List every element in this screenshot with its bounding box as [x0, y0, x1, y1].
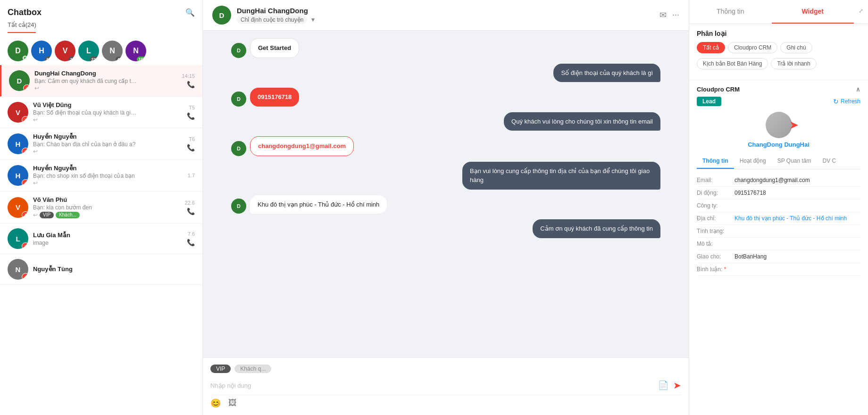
- expand-icon[interactable]: ⤢: [854, 0, 868, 24]
- chat-meta: 7.6 📞: [187, 231, 195, 246]
- refresh-button[interactable]: ↻ Refresh: [833, 98, 860, 105]
- avatar-row: D H6d V1d L21d N4d N10d: [0, 37, 202, 65]
- arrow-icon: ➤: [789, 118, 799, 132]
- filter-tra-loi[interactable]: Trả lời nhanh: [771, 58, 816, 69]
- info-label: Tình trạng:: [697, 228, 734, 234]
- avatar: L f: [8, 228, 28, 249]
- chat-name: DungHai ChangDong: [34, 70, 177, 77]
- chat-item[interactable]: N f Nguyễn Tùng: [0, 254, 202, 285]
- phone-icon: 📞: [187, 239, 195, 246]
- chat-preview: Bạn: cho shop xin số điện thoại của bạn: [33, 173, 137, 179]
- chat-item[interactable]: L f Lưu Gia Mẫn image 7.6 📞: [0, 224, 202, 254]
- avatar: N f: [8, 259, 28, 280]
- chat-info: Nguyễn Tùng: [33, 266, 190, 274]
- filter-ghi-chu[interactable]: Ghi chú: [780, 42, 812, 53]
- avatar: V f: [8, 102, 28, 123]
- avatar: D f: [9, 70, 30, 91]
- info-label: Địa chỉ:: [697, 215, 734, 222]
- info-value: [734, 241, 860, 247]
- avatar-badge: 21d: [90, 57, 99, 61]
- emoji-icon[interactable]: 😊: [210, 398, 221, 408]
- khach-tag: Khách...: [56, 212, 80, 218]
- chat-header: D DungHai ChangDong Chỉ định cuộc trò ch…: [203, 0, 689, 31]
- search-icon[interactable]: 🔍: [185, 8, 195, 17]
- filter-kich-ban[interactable]: Kịch bản Bot Bán Hàng: [697, 58, 768, 69]
- message-bubble: Khu đô thị vạn phúc - Thủ đức - Hồ chí m…: [250, 195, 387, 214]
- tab-thong-tin[interactable]: Thông tin: [689, 0, 772, 24]
- image-icon[interactable]: 🖼: [228, 398, 237, 408]
- refresh-icon: ↻: [833, 98, 839, 105]
- info-label: Mô tả:: [697, 241, 734, 247]
- chat-meta: 14:15 📞: [182, 73, 195, 88]
- info-label: Công ty:: [697, 202, 734, 209]
- crm-tab-thong-tin[interactable]: Thông tin: [697, 154, 734, 169]
- crm-tab-sp-quan-tam[interactable]: SP Quan tâm: [772, 154, 817, 169]
- header-info: DungHai ChangDong Chỉ định cuộc trò chuy…: [237, 7, 316, 24]
- avatar-item[interactable]: L21d: [78, 41, 99, 61]
- vip-tag: VIP: [40, 212, 54, 218]
- chat-item[interactable]: D f DungHai ChangDong Bạn: Cảm ơn quý kh…: [0, 65, 202, 97]
- avatar-item[interactable]: N10d: [125, 41, 146, 61]
- info-row-status: Tình trạng:: [697, 225, 860, 238]
- avatar-item[interactable]: D: [8, 41, 28, 61]
- avatar-circle: V1d: [55, 41, 75, 61]
- chat-item[interactable]: H f Huyền Nguyễn Bạn: Chào bạn địa chỉ c…: [0, 128, 202, 160]
- header-subtitle-text[interactable]: Chỉ định cuộc trò chuyện: [237, 16, 307, 24]
- info-row-desc: Mô tả:: [697, 238, 860, 250]
- crm-user-card: ➤ ChangDong DungHai: [697, 112, 860, 148]
- sidebar-count: Tất cả(24): [0, 21, 202, 32]
- message-bubble: Số điện thoại của quý khách là gì: [553, 64, 660, 83]
- info-value: Khu đô thị vạn phúc - Thủ đức - Hồ chí m…: [734, 215, 860, 222]
- chevron-down-icon[interactable]: ▼: [310, 17, 316, 23]
- chat-name: Vũ Việt Dũng: [33, 101, 182, 108]
- email-icon[interactable]: ✉: [659, 10, 667, 20]
- crm-user-name[interactable]: ChangDong DungHai: [748, 141, 810, 148]
- chat-info: DungHai ChangDong Bạn: Cảm ơn quý khách …: [34, 70, 177, 91]
- attachment-icon[interactable]: 📄: [658, 380, 668, 390]
- send-icons: 📄 ➤: [658, 380, 681, 391]
- header-actions: ✉ ···: [659, 10, 679, 20]
- avatar-badge: 4d: [116, 57, 123, 61]
- chat-input-area: VIP Khách q... 📄 ➤ 😊 🖼: [203, 357, 689, 415]
- phone-icon: 📞: [187, 144, 195, 151]
- header-avatar: D: [212, 6, 231, 25]
- collapse-icon[interactable]: ∧: [856, 86, 860, 93]
- message-input[interactable]: [210, 382, 653, 389]
- chat-name: Nguyễn Tùng: [33, 266, 190, 273]
- chat-time: T5: [189, 105, 195, 110]
- crm-tab-hoat-dong[interactable]: Hoạt động: [734, 154, 772, 169]
- chat-time: 7.6: [188, 231, 195, 237]
- info-value: BotBanHang: [734, 253, 860, 260]
- chat-preview: Bạn: Chào bạn địa chỉ của bạn ở đâu a?: [33, 141, 137, 148]
- chat-tags-row: VIP Khách q...: [210, 362, 681, 376]
- avatar-item[interactable]: H6d: [31, 41, 52, 61]
- chat-item[interactable]: V f Võ Văn Phú Bạn: kia con bướm đen ↩ V…: [0, 191, 202, 224]
- chat-info: Võ Văn Phú Bạn: kia con bướm đen ↩ VIP K…: [33, 196, 180, 218]
- message-row: Số điện thoại của quý khách là gì: [231, 64, 660, 83]
- chat-name: Lưu Gia Mẫn: [33, 232, 182, 239]
- filter-cloudpro[interactable]: Cloudpro CRM: [728, 42, 777, 53]
- reply-icon: ↩: [33, 116, 38, 123]
- sidebar: Chatbox 🔍 Tất cả(24) D H6d V1d L21d N4d …: [0, 0, 203, 415]
- filter-all[interactable]: Tất cả: [697, 42, 725, 53]
- crm-section: Cloudpro CRM ∧ Lead ↻ Refresh ➤ ChangDon…: [689, 80, 868, 282]
- chat-time: T6: [189, 136, 195, 142]
- avatar-item[interactable]: N4d: [102, 41, 123, 61]
- crm-tab-dv-c[interactable]: DV C: [817, 154, 842, 169]
- more-icon[interactable]: ···: [672, 10, 679, 20]
- phan-loai-title: Phân loại: [697, 30, 860, 37]
- fb-icon: f: [22, 273, 28, 280]
- chat-meta: T5 📞: [187, 105, 195, 120]
- chat-item[interactable]: H f Huyền Nguyễn Bạn: cho shop xin số đi…: [0, 160, 202, 191]
- chat-meta: T6 📞: [187, 136, 195, 151]
- phone-icon: 📞: [187, 81, 195, 88]
- message-row: D changdongdung1@gmail.com: [231, 136, 660, 156]
- send-button[interactable]: ➤: [673, 380, 681, 391]
- avatar-item[interactable]: V1d: [55, 41, 75, 61]
- chat-item[interactable]: V f Vũ Việt Dũng Bạn: Số điện thoại của …: [0, 97, 202, 128]
- avatar-circle: H6d: [31, 41, 52, 61]
- info-value: [734, 228, 860, 234]
- toolbar-row: 😊 🖼: [210, 395, 681, 411]
- tab-widget[interactable]: Widget: [772, 0, 854, 24]
- phan-loai-section: Phân loại Tất cả Cloudpro CRM Ghi chú Kị…: [689, 24, 868, 80]
